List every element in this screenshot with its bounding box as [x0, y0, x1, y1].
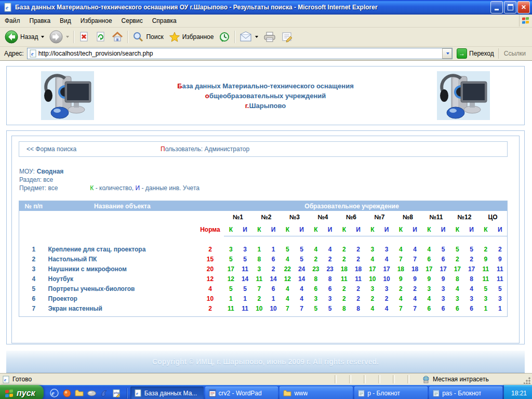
forward-icon [49, 30, 63, 44]
filters-block: МОУ:Сводная Раздел: все Предмет: всеК - … [19, 167, 519, 192]
taskbar-task-5[interactable]: pas - Блокнот [429, 387, 502, 399]
favorites-button[interactable]: Избранное [166, 30, 217, 44]
school-header: №2 [252, 211, 281, 223]
object-name: Наушники с микрофоном [48, 264, 197, 274]
legend-k-text: - количество, [94, 184, 135, 192]
quicklaunch-swoosh-icon[interactable] [100, 389, 109, 398]
i-value: 5 [464, 244, 478, 254]
k-value: 5 [309, 303, 323, 313]
status-ie-icon: e [2, 376, 10, 383]
i-value: 3 [379, 284, 393, 294]
go-button[interactable]: → Переход [453, 47, 498, 60]
k-value: 3 [365, 244, 379, 254]
k-value: 12 [281, 274, 295, 284]
i-value: 4 [379, 303, 393, 313]
quicklaunch-php-icon[interactable]: php [112, 389, 122, 398]
row-number: 4 [19, 274, 48, 284]
forward-button[interactable] [47, 29, 72, 45]
address-dropdown-button[interactable] [442, 48, 452, 59]
k-value: 11 [224, 303, 238, 313]
k-value: 11 [478, 274, 493, 284]
k-value: 3 [252, 264, 266, 274]
i-header: И [295, 223, 309, 236]
quicklaunch-drive-icon[interactable] [87, 389, 97, 398]
menu-item-3[interactable]: Вид [55, 16, 76, 26]
menu-item-2[interactable]: Правка [25, 16, 56, 26]
go-arrow-icon: → [457, 48, 467, 59]
stop-button[interactable] [76, 30, 92, 44]
taskbar-task-3[interactable]: www [280, 387, 353, 399]
i-value: 9 [493, 254, 507, 264]
legend-i: И [136, 184, 140, 192]
menu-item-4[interactable]: Избранное [76, 16, 117, 26]
links-label[interactable]: Ссылки [498, 48, 531, 59]
restore-button[interactable] [504, 1, 516, 14]
mail-dropdown-icon[interactable] [255, 36, 258, 38]
search-form-link[interactable]: << Форма поиска [26, 145, 76, 153]
start-button[interactable]: пуск [0, 385, 44, 399]
minimize-button[interactable] [490, 1, 503, 14]
k-value: 4 [365, 254, 379, 264]
page-title-line2: общеобразовательных учреждений [128, 91, 403, 101]
i-value: 2 [266, 264, 280, 274]
print-button[interactable] [261, 30, 278, 44]
object-name: Портреты ученых-биологов [48, 284, 197, 294]
mail-button[interactable] [237, 30, 261, 44]
k-value: 5 [478, 284, 493, 294]
table-row: 5Портреты ученых-биологов455764466223322… [19, 284, 507, 294]
k-value: 17 [224, 264, 238, 274]
taskbar-task-4[interactable]: p - Блокнот [354, 387, 428, 399]
menu-item-1[interactable]: Файл [0, 16, 25, 26]
i-value: 14 [238, 274, 252, 284]
browser-viewport: База данных Материально-технического осн… [0, 61, 532, 373]
back-button[interactable]: Назад [2, 29, 47, 45]
status-separator [378, 375, 380, 383]
clock[interactable]: 18:21 [511, 390, 527, 397]
table-row: 2Настольный ПК1555864522224477662299 [19, 254, 507, 264]
search-button[interactable]: Поиск [130, 30, 166, 44]
i-value: 7 [408, 303, 422, 313]
k-value: 2 [337, 254, 351, 264]
taskbar-separator [127, 388, 128, 398]
form-bar: << Форма поиска Пользователь: Администра… [19, 141, 508, 157]
svg-text:e: e [6, 4, 8, 10]
k-value: 8 [309, 274, 323, 284]
taskbar-task-2[interactable]: crv2 - WordPad [205, 387, 278, 399]
i-value: 1 [266, 244, 280, 254]
resize-grip-icon[interactable] [524, 377, 531, 384]
i-value: 3 [436, 284, 450, 294]
menu-item-5[interactable]: Сервис [117, 16, 148, 26]
refresh-button[interactable] [92, 30, 109, 44]
svg-text:e: e [4, 377, 6, 382]
k-value: 2 [450, 254, 464, 264]
k-value: 3 [309, 294, 323, 303]
table-row: 1Крепление для стац. проектора2331155442… [19, 244, 507, 254]
quicklaunch-ie-icon[interactable]: e [50, 389, 59, 398]
edit-button[interactable] [278, 30, 296, 44]
i-value: 2 [351, 284, 365, 294]
quicklaunch-folder-icon[interactable] [75, 389, 84, 398]
address-input[interactable] [37, 49, 442, 58]
school-header: №7 [365, 211, 394, 223]
k-value: 3 [224, 244, 238, 254]
address-bar: Адрес: e → Переход Ссылки [0, 47, 532, 61]
task-label: crv2 - WordPad [219, 390, 262, 397]
close-button[interactable]: ✕ [517, 1, 530, 14]
k-value: 3 [422, 284, 436, 294]
quicklaunch-orange-app-icon[interactable] [62, 389, 72, 398]
k-value: 2 [365, 294, 379, 303]
back-dropdown-icon[interactable] [41, 36, 44, 38]
k-header: К [337, 223, 351, 236]
menu-item-6[interactable]: Справка [148, 16, 181, 26]
k-value: 11 [478, 264, 493, 274]
i-value: 5 [295, 244, 309, 254]
i-value: 1 [238, 294, 252, 303]
history-button[interactable] [216, 30, 233, 44]
k-value: 7 [252, 284, 266, 294]
k-value: 4 [394, 244, 408, 254]
status-separator [364, 375, 366, 383]
k-value: 8 [337, 303, 351, 313]
home-button[interactable] [109, 30, 126, 44]
taskbar-task-1[interactable]: eБаза данных Ма... [130, 387, 204, 399]
i-header: И [238, 223, 252, 236]
